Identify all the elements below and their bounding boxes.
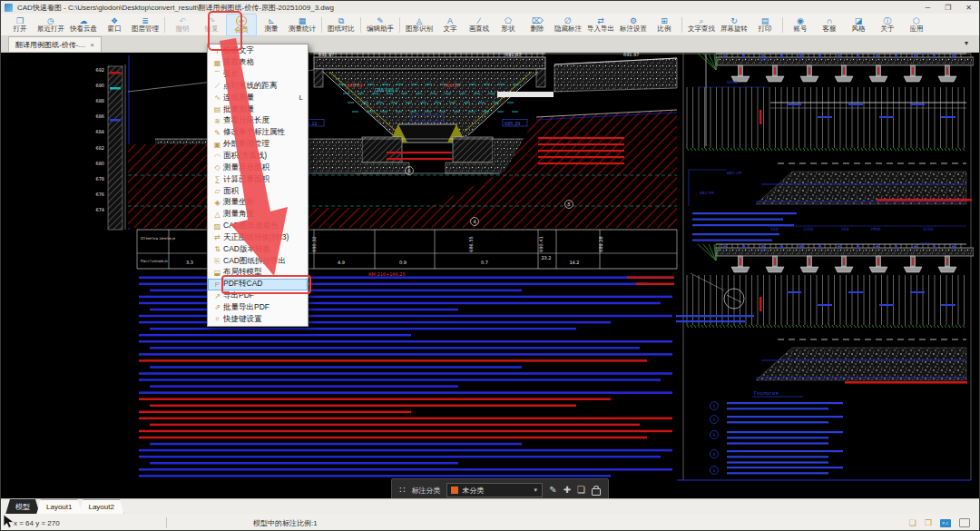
menu-item-9[interactable]: ◠面积(含弧线)	[208, 151, 308, 162]
toolbar-button-16[interactable]: ◬图形识别	[403, 15, 436, 35]
toolbar-button-28[interactable]: ▤打印	[750, 15, 779, 35]
toolbar-button-20[interactable]: ⌦删除	[523, 15, 552, 35]
menu-item-5[interactable]: ▤批量测量	[208, 103, 308, 115]
toolbar-button-12[interactable]: ⧉图纸对比	[325, 15, 358, 35]
table-value: 0.7	[481, 260, 488, 265]
toolbar-label: 删除	[531, 25, 544, 33]
svg-text:674: 674	[95, 207, 104, 212]
menu-item-pdf-to-cad[interactable]: PPDF转CAD	[208, 279, 308, 290]
sheet-tab-Layout1[interactable]: Layout1	[36, 499, 82, 515]
table-row-label: Расстояние,м	[141, 259, 168, 263]
menu-item-18[interactable]: ⎘CAD图纸拆分导出	[208, 255, 308, 267]
menu-item-23[interactable]: ⌗快捷键设置	[208, 313, 308, 325]
toolbar-button-0[interactable]: ❒打开	[5, 15, 34, 35]
menu-item-19[interactable]: ⬓布局转模型	[208, 267, 308, 279]
toolbar-button-33[interactable]: ⓘ关于	[873, 15, 902, 35]
toolbar-button-23[interactable]: ⚙标注设置	[617, 15, 650, 35]
window-title: CAD快速看图 - C:\Users\glodon\Desktop\conver…	[17, 3, 334, 13]
toolbar-button-1[interactable]: ◷最近打开	[34, 15, 67, 35]
toolbar-button-17[interactable]: A文字	[436, 15, 465, 35]
menu-item-1[interactable]: ▦提取表格	[208, 57, 308, 69]
toolbar-button-3[interactable]: ❖窗口	[100, 15, 129, 35]
menu-item-label: 测量坐标	[223, 197, 303, 208]
category-label: 标注分类	[411, 486, 440, 496]
toolbar-pin-icon[interactable]: ▾	[965, 39, 968, 47]
slope-label: 0.02	[796, 54, 805, 58]
menu-item-label: 导出PDF	[223, 290, 303, 301]
toolbar-button-7[interactable]: ↷恢复	[197, 15, 226, 35]
toolbar-button-6[interactable]: ↶撤销	[168, 15, 197, 35]
menu-item-3[interactable]: ⟋点到直线的距离	[208, 81, 308, 93]
pdf-to-cad-icon[interactable]: P-C	[940, 519, 951, 527]
menu-item-0[interactable]: T提取文字	[208, 45, 308, 57]
toolbar-button-9[interactable]: ⊾测量	[257, 15, 286, 35]
toolbar-button-18[interactable]: ∕画直线	[465, 15, 494, 35]
toolbar-button-24[interactable]: ⊞比例	[650, 15, 679, 35]
sheet-tab-bar: 模型Layout1Layout2	[1, 498, 979, 515]
menu-item-13[interactable]: ◈测量坐标	[208, 197, 308, 209]
menu-item-label: PDF转CAD	[223, 279, 303, 290]
sheet-tab-模型[interactable]: 模型	[5, 499, 40, 515]
copy-icon[interactable]: ❏	[577, 486, 585, 495]
drawing-canvas[interactable]: 69269068868668468268067867667464512345 6…	[8, 52, 974, 498]
tab-close-icon[interactable]: ×	[90, 41, 94, 49]
window-controls: ─ ❐ ✕	[925, 1, 972, 14]
batch-export-pdf-icon[interactable]: ❐	[925, 518, 932, 527]
maximize-button[interactable]: ❐	[945, 4, 951, 12]
menu-item-4[interactable]: ∿连续测量L	[208, 92, 308, 103]
dimension-label: 2250	[803, 227, 814, 231]
menu-item-icon: P	[211, 280, 223, 289]
toolbar-button-34[interactable]: ⬡应用	[902, 15, 931, 35]
menu-item-icon: ≋	[211, 117, 223, 125]
table-value: 3.3	[186, 260, 193, 265]
menu-item-6[interactable]: ≋查看分段长度	[208, 115, 308, 127]
svg-text:684: 684	[95, 129, 104, 134]
document-tab[interactable]: 翻译用例图纸-价传-… ×	[8, 36, 102, 52]
close-button[interactable]: ✕	[965, 4, 972, 12]
menu-item-12[interactable]: ▱面积	[208, 185, 308, 197]
category-grid-icon[interactable]: ∷	[399, 486, 405, 495]
toolbar-button-31[interactable]: ∩客服	[815, 15, 844, 35]
toolbar-button-22[interactable]: ⇄导入导出	[584, 15, 617, 35]
menu-item-15[interactable]: ▨CAD图纸改底色	[208, 221, 308, 232]
toolbar-button-32[interactable]: ◪风格	[844, 15, 873, 35]
menu-item-7[interactable]: ✎修改单个标注属性	[208, 127, 308, 139]
minimize-button[interactable]: ─	[925, 4, 930, 12]
menu-item-8[interactable]: ▣外部参照管理	[208, 139, 308, 151]
category-dropdown[interactable]: 未分类 ▼	[446, 483, 543, 497]
menu-item-21[interactable]: ↗导出PDF	[208, 290, 308, 302]
screen-icon[interactable]	[959, 518, 970, 527]
toolbar-label: 撤销	[176, 25, 190, 33]
annotation-toolbar: ∷ 标注分类 未分类 ▼ ✎ ✚ ❏	[391, 478, 609, 498]
toolbar-label: 图层管理	[132, 25, 159, 33]
menu-item-17[interactable]: ⇅CAD版本转换	[208, 243, 308, 255]
toolbar-button-4[interactable]: ≣图层管理	[129, 15, 162, 35]
menu-item-icon: ▤	[211, 105, 223, 113]
rotated-elevation: 690.41	[538, 236, 544, 252]
menu-item-14[interactable]: △测量角度	[208, 209, 308, 221]
menu-item-icon: ◠	[211, 152, 223, 161]
toolbar-button-2[interactable]: ☁快看云盘	[67, 15, 100, 35]
menu-item-11[interactable]: ∑计算已量面积	[208, 173, 308, 185]
edit-icon[interactable]: ✎	[549, 486, 556, 495]
menu-item-10[interactable]: ◇测量异形面积	[208, 162, 308, 173]
toolbar-label: 文字查找	[688, 25, 715, 33]
menu-item-2[interactable]: ⌒弧长	[208, 69, 308, 81]
toolbar-button-30[interactable]: ◉账号	[786, 15, 815, 35]
export-pdf-icon[interactable]: ❏	[909, 518, 916, 527]
rotated-elevation: 689.28	[598, 236, 603, 252]
toolbar-button-26[interactable]: ⌕文字查找	[685, 15, 718, 35]
lock-icon[interactable]	[592, 488, 601, 496]
menu-item-label: 点到直线的距离	[223, 81, 303, 92]
toolbar-button-vip[interactable]: VIP会员	[226, 14, 257, 36]
toolbar-button-14[interactable]: ✎编辑助手	[364, 15, 397, 35]
toolbar-button-19[interactable]: ⬠形状	[494, 15, 523, 35]
menu-item-16[interactable]: ⇄天正图纸转换(转t3)	[208, 232, 308, 244]
menu-item-22[interactable]: ⇗批量导出PDF	[208, 302, 308, 314]
move-icon[interactable]: ✚	[564, 486, 571, 495]
toolbar-button-27[interactable]: ↻屏幕旋转	[718, 15, 750, 35]
toolbar-label: 恢复	[205, 25, 219, 33]
toolbar-button-10[interactable]: ▦测量统计	[286, 15, 318, 35]
toolbar-button-21[interactable]: ∅隐藏标注	[552, 15, 584, 35]
sheet-tab-Layout2[interactable]: Layout2	[78, 499, 123, 515]
